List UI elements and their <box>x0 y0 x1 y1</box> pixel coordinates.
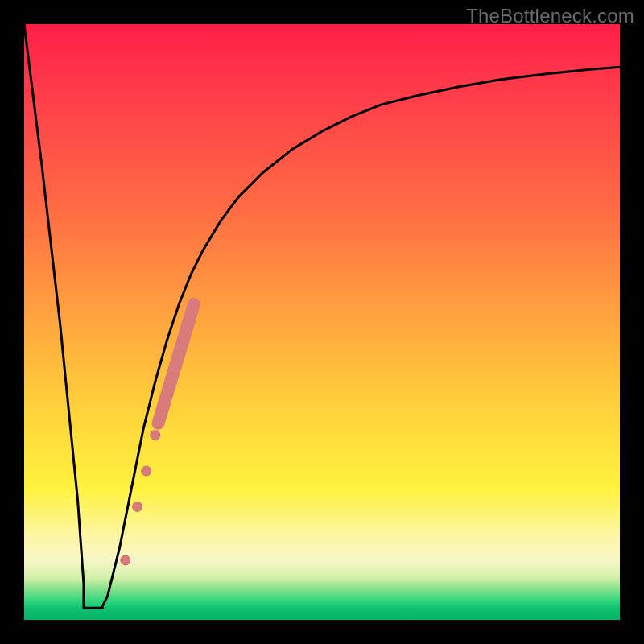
marker-point <box>151 431 160 440</box>
chart-frame: TheBottleneck.com <box>0 0 644 644</box>
plot-area <box>24 24 620 620</box>
curve-svg <box>24 24 620 620</box>
marker-point <box>142 466 151 476</box>
bottleneck-curve-path <box>24 24 620 608</box>
marker-point <box>133 502 142 511</box>
marker-point <box>121 555 130 565</box>
marker-group <box>121 431 160 565</box>
thick-marker-segment <box>159 304 194 423</box>
